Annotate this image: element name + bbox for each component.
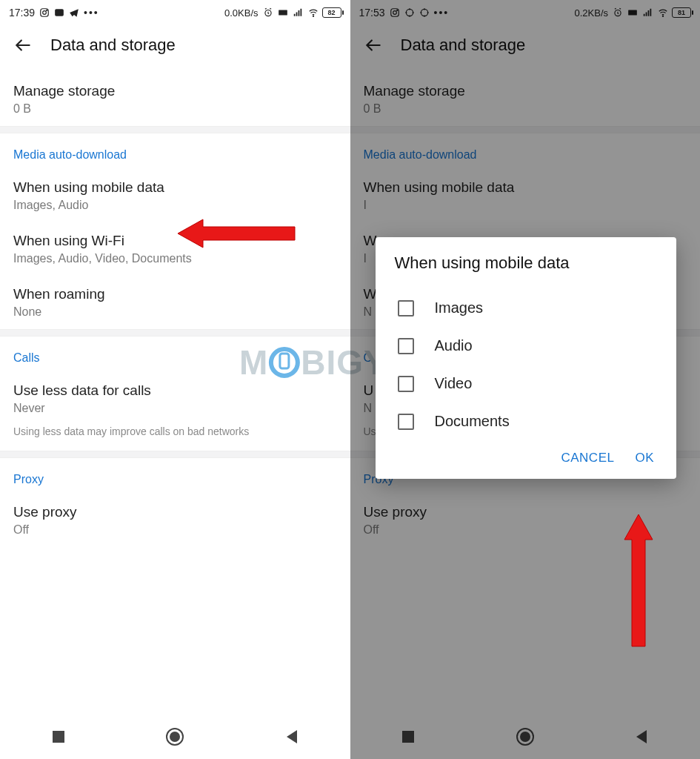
row-title: Use proxy bbox=[364, 504, 687, 520]
section-divider bbox=[0, 329, 350, 337]
row-subtitle: Never bbox=[13, 402, 337, 415]
section-divider bbox=[350, 126, 701, 133]
row-mobile-data[interactable]: When using mobile data I bbox=[350, 169, 701, 222]
battery-icon: 81 bbox=[672, 7, 691, 18]
status-data: 0.2KB/s bbox=[574, 7, 608, 19]
row-roaming[interactable]: When roaming None bbox=[0, 276, 350, 329]
svg-point-16 bbox=[406, 9, 413, 16]
row-proxy[interactable]: Use proxy Off bbox=[0, 494, 350, 547]
row-manage-storage[interactable]: Manage storage 0 B bbox=[350, 73, 701, 126]
svg-point-1 bbox=[43, 11, 47, 15]
row-title: When roaming bbox=[13, 286, 337, 302]
cancel-button[interactable]: CANCEL bbox=[561, 451, 614, 465]
nav-home-button[interactable] bbox=[165, 727, 184, 746]
status-data: 0.0KB/s bbox=[224, 7, 259, 19]
row-less-data[interactable]: Use less data for calls Never bbox=[0, 372, 350, 425]
status-bar: 17:39 ••• 0.0KB/s 82 bbox=[0, 0, 350, 25]
row-subtitle: Images, Audio, Video, Documents bbox=[13, 252, 337, 265]
nav-recent-button[interactable] bbox=[399, 727, 418, 746]
row-wifi[interactable]: When using Wi-Fi Images, Audio, Video, D… bbox=[0, 222, 350, 276]
row-subtitle: 0 B bbox=[13, 102, 337, 116]
instagram-icon bbox=[390, 7, 400, 18]
checkbox[interactable] bbox=[398, 376, 414, 392]
option-label: Video bbox=[435, 375, 473, 392]
svg-point-23 bbox=[520, 732, 530, 742]
row-title: When using mobile data bbox=[13, 179, 337, 196]
nav-home-button[interactable] bbox=[516, 727, 535, 746]
checkbox[interactable] bbox=[398, 414, 414, 430]
back-button[interactable] bbox=[13, 36, 33, 55]
phone-right: 17:53 ••• 0.2KB/s 81 Data and storage Ma… bbox=[350, 0, 701, 759]
svg-point-14 bbox=[393, 11, 396, 15]
row-subtitle: Off bbox=[13, 523, 337, 537]
status-bar: 17:53 ••• 0.2KB/s 81 bbox=[350, 0, 701, 25]
svg-point-15 bbox=[396, 10, 397, 10]
nav-bar bbox=[350, 715, 701, 759]
section-divider bbox=[0, 126, 350, 133]
svg-point-2 bbox=[47, 10, 47, 10]
nav-bar bbox=[0, 715, 350, 759]
row-subtitle: Images, Audio bbox=[13, 199, 337, 212]
row-subtitle: I bbox=[364, 199, 687, 212]
svg-rect-7 bbox=[53, 731, 64, 743]
alarm-icon bbox=[263, 7, 273, 18]
svg-point-20 bbox=[662, 16, 663, 16]
volte-icon bbox=[627, 7, 638, 18]
app-header: Data and storage bbox=[350, 25, 701, 73]
svg-point-9 bbox=[170, 732, 180, 742]
hint-text: Using less data may improve calls on bad… bbox=[0, 425, 350, 451]
telegram-icon bbox=[69, 7, 79, 18]
more-icon: ••• bbox=[434, 7, 450, 19]
nav-recent-button[interactable] bbox=[49, 727, 68, 746]
svg-rect-5 bbox=[279, 10, 287, 16]
svg-rect-19 bbox=[628, 10, 637, 16]
alarm-icon bbox=[613, 7, 623, 18]
svg-point-6 bbox=[313, 16, 313, 16]
row-proxy[interactable]: Use proxy Off bbox=[350, 494, 701, 547]
row-title: Manage storage bbox=[364, 83, 687, 99]
crosshair-icon bbox=[404, 7, 415, 18]
row-title: Use proxy bbox=[13, 504, 337, 520]
row-subtitle: 0 B bbox=[364, 102, 687, 116]
row-title: Manage storage bbox=[13, 83, 337, 99]
battery-icon: 82 bbox=[322, 7, 341, 18]
section-calls: Calls bbox=[0, 337, 350, 372]
signal-icon bbox=[642, 7, 653, 18]
dialog-title: When using mobile data bbox=[395, 253, 658, 273]
mobile-data-dialog: When using mobile data Images Audio Vide… bbox=[376, 237, 677, 479]
row-title: When using mobile data bbox=[364, 179, 687, 196]
checkbox[interactable] bbox=[398, 300, 414, 316]
option-label: Audio bbox=[435, 337, 473, 354]
wifi-icon bbox=[307, 7, 318, 18]
phone-left: 17:39 ••• 0.0KB/s 82 Data and storage Ma… bbox=[0, 0, 350, 759]
instagram-icon bbox=[39, 7, 50, 18]
checkbox[interactable] bbox=[398, 338, 414, 354]
option-label: Images bbox=[435, 299, 484, 316]
dialog-option-audio[interactable]: Audio bbox=[395, 327, 658, 365]
row-manage-storage[interactable]: Manage storage 0 B bbox=[0, 73, 350, 126]
status-time: 17:53 bbox=[359, 7, 385, 19]
crosshair-icon bbox=[419, 7, 430, 18]
row-title: Use less data for calls bbox=[13, 382, 337, 399]
status-time: 17:39 bbox=[9, 7, 35, 19]
dialog-option-documents[interactable]: Documents bbox=[395, 402, 658, 440]
nav-back-button[interactable] bbox=[632, 727, 651, 746]
svg-point-17 bbox=[421, 9, 427, 16]
app-header: Data and storage bbox=[0, 25, 350, 73]
row-mobile-data[interactable]: When using mobile data Images, Audio bbox=[0, 169, 350, 222]
section-media: Media auto-download bbox=[350, 133, 701, 169]
section-divider bbox=[0, 451, 350, 458]
back-button[interactable] bbox=[364, 36, 383, 55]
dialog-option-images[interactable]: Images bbox=[395, 289, 658, 327]
nav-back-button[interactable] bbox=[282, 727, 301, 746]
section-media: Media auto-download bbox=[0, 133, 350, 169]
svg-rect-21 bbox=[402, 731, 414, 743]
volte-icon bbox=[278, 7, 288, 18]
row-title: When using Wi-Fi bbox=[13, 233, 337, 249]
signal-icon bbox=[293, 7, 303, 18]
dialog-option-video[interactable]: Video bbox=[395, 365, 658, 402]
row-subtitle: None bbox=[13, 305, 337, 319]
ok-button[interactable]: OK bbox=[635, 451, 654, 465]
wifi-icon bbox=[657, 7, 667, 18]
section-proxy: Proxy bbox=[0, 458, 350, 494]
